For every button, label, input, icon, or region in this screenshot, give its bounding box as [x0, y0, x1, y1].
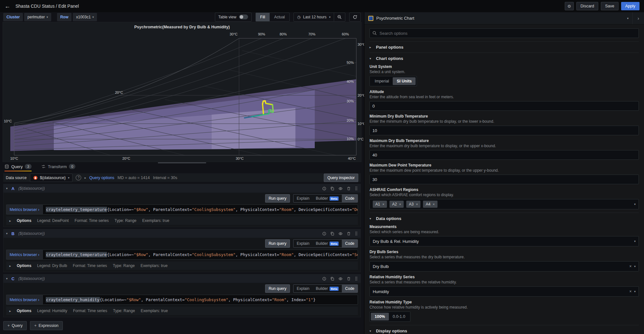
builder-option[interactable]: BuilderBeta — [312, 240, 342, 247]
clear-icon[interactable]: × — [629, 264, 631, 269]
drag-handle-icon[interactable] — [355, 186, 358, 191]
info-circle-icon[interactable] — [322, 186, 326, 191]
section-panel-options[interactable]: ▸ Panel options — [370, 42, 639, 52]
info-circle-icon[interactable] — [322, 232, 326, 236]
region-chip-a1[interactable]: A1× — [373, 201, 387, 208]
cluster-variable-select[interactable]: perlmutter ▾ — [24, 13, 51, 21]
metrics-browser-button[interactable]: Metrics browser › — [6, 295, 43, 305]
query-options-row[interactable]: ▸ Options Legend: Humidity Format: Time … — [6, 307, 358, 315]
eye-icon[interactable] — [338, 232, 343, 236]
measurements-select[interactable]: Dry Bulb & Rel. Humidity ▾ — [370, 236, 639, 246]
options-search[interactable] — [370, 28, 639, 38]
actual-option[interactable]: Actual — [270, 13, 289, 21]
tab-query[interactable]: Query 3 — [5, 164, 32, 171]
metrics-browser-button[interactable]: Metrics browser › — [6, 205, 43, 215]
trash-icon[interactable] — [347, 232, 351, 236]
max-dew-point-input[interactable] — [370, 175, 639, 184]
dashboard-settings-button[interactable]: ⚙ — [565, 2, 574, 10]
max-dry-bulb-input[interactable] — [370, 150, 639, 160]
run-query-button[interactable]: Run query — [265, 239, 290, 248]
query-header[interactable]: ▾ B (${datasource}) — [4, 229, 360, 238]
refresh-button[interactable] — [349, 13, 361, 22]
time-range-picker[interactable]: ◷ Last 12 hours ▾ — [293, 13, 334, 22]
code-option[interactable]: Code — [342, 285, 358, 292]
apply-button[interactable]: Apply — [621, 2, 639, 10]
query-options-row[interactable]: ▸ Options Legend: DewPoint Format: Time … — [6, 216, 358, 225]
chevron-down-icon[interactable]: ▾ — [6, 277, 8, 280]
editor-tabs: Query 3 Transform 0 — [0, 164, 364, 172]
min-dry-bulb-input[interactable] — [370, 126, 639, 135]
copy-icon[interactable] — [330, 277, 334, 281]
chevron-down-icon[interactable]: ▾ — [6, 187, 8, 190]
horizontal-scrollbar[interactable] — [158, 162, 206, 163]
altitude-input[interactable] — [370, 101, 639, 111]
table-view-toggle[interactable]: Table view — [215, 13, 252, 22]
region-chip-a3[interactable]: A3× — [406, 201, 420, 208]
trash-icon[interactable] — [347, 186, 351, 191]
toggle-switch-icon[interactable] — [239, 14, 248, 19]
save-button[interactable]: Save — [601, 2, 619, 10]
drag-handle-icon[interactable] — [355, 231, 358, 236]
explain-option[interactable]: Explain — [293, 285, 312, 292]
explain-option[interactable]: Explain — [293, 240, 312, 247]
eye-icon[interactable] — [338, 186, 343, 191]
query-datasource: (${datasource}) — [18, 276, 45, 281]
run-query-button[interactable]: Run query — [265, 284, 290, 293]
remove-icon[interactable]: × — [382, 202, 384, 206]
info-circle-icon[interactable] — [322, 277, 326, 281]
section-chart-options[interactable]: ▾ Chart options — [370, 53, 639, 64]
altitude-label: Altitude — [370, 90, 639, 94]
discard-button[interactable]: Discard — [576, 2, 598, 10]
ashrae-regions-multiselect[interactable]: A1× A2× A3× A4× ▾ — [370, 199, 639, 209]
rel-humidity-series-select[interactable]: Humidity × ▾ — [370, 286, 639, 297]
copy-icon[interactable] — [330, 186, 334, 191]
query-row-a: ▾ A (${datasource}) Run query Explain Bu… — [3, 184, 361, 227]
psychrometric-chart[interactable]: 30°C 90% 80% 70% 60% 30°C 50% 40% 20°C 3… — [4, 31, 360, 162]
imperial-option[interactable]: Imperial — [371, 77, 393, 85]
trash-icon[interactable] — [347, 277, 351, 281]
remove-icon[interactable]: × — [433, 202, 435, 206]
fill-option[interactable]: Fill — [256, 13, 270, 21]
region-chip-a4[interactable]: A4× — [423, 201, 437, 208]
visualization-picker[interactable]: Psychrometric Chart ▾ — [364, 12, 632, 24]
region-chip-a2[interactable]: A2× — [389, 201, 404, 208]
row-variable-select[interactable]: x1003c1 ▾ — [73, 13, 97, 21]
builder-option[interactable]: BuilderBeta — [312, 285, 342, 292]
section-display-options[interactable]: ▾ Display options — [370, 325, 639, 334]
builder-option[interactable]: BuilderBeta — [312, 195, 342, 202]
run-query-button[interactable]: Run query — [265, 194, 290, 203]
fraction-option[interactable]: 0.0-1.0 — [389, 313, 409, 320]
tab-transform[interactable]: Transform 0 — [41, 164, 76, 171]
si-units-option[interactable]: SI Units — [393, 77, 416, 85]
promql-expression-input[interactable]: craytelemetry_humidity{Location=~"$Row",… — [43, 295, 358, 305]
query-header[interactable]: ▾ C (${datasource}) — [4, 274, 360, 283]
query-options-link[interactable]: Query options — [89, 176, 114, 180]
explain-option[interactable]: Explain — [293, 195, 312, 202]
query-options-row[interactable]: ▸ Options Legend: Dry Bulb Format: Time … — [6, 262, 358, 270]
add-query-button[interactable]: + Query — [3, 321, 27, 330]
code-option[interactable]: Code — [342, 240, 358, 247]
chevron-down-icon[interactable]: ▾ — [6, 232, 8, 235]
drag-handle-icon[interactable] — [355, 276, 358, 281]
percent-option[interactable]: 100% — [371, 313, 389, 320]
query-inspector-button[interactable]: Query inspector — [324, 174, 358, 182]
back-arrow-icon[interactable]: ← — [5, 3, 10, 10]
clear-icon[interactable]: × — [629, 289, 631, 294]
query-header[interactable]: ▾ A (${datasource}) — [4, 184, 360, 193]
datasource-select[interactable]: ${datasource} ▾ — [30, 174, 73, 182]
code-option[interactable]: Code — [342, 195, 358, 202]
metrics-browser-button[interactable]: Metrics browser › — [6, 250, 43, 260]
collapse-options-button[interactable]: › — [632, 12, 644, 24]
zoom-out-time-button[interactable] — [334, 13, 345, 22]
promql-expression-input[interactable]: craytelemetry_temperature{Location=~"$Ro… — [43, 250, 358, 260]
remove-icon[interactable]: × — [416, 202, 418, 206]
copy-icon[interactable] — [330, 232, 334, 236]
help-icon[interactable]: ? — [76, 175, 81, 180]
promql-expression-input[interactable]: craytelemetry_temperature{Location=~"$Ro… — [43, 205, 358, 215]
add-expression-button[interactable]: + Expression — [30, 321, 62, 330]
search-input[interactable] — [380, 31, 636, 36]
eye-icon[interactable] — [338, 277, 343, 281]
section-data-options[interactable]: ▾ Data options — [370, 213, 639, 224]
remove-icon[interactable]: × — [399, 202, 401, 206]
dry-bulb-series-select[interactable]: Dry Bulb × ▾ — [370, 261, 639, 272]
